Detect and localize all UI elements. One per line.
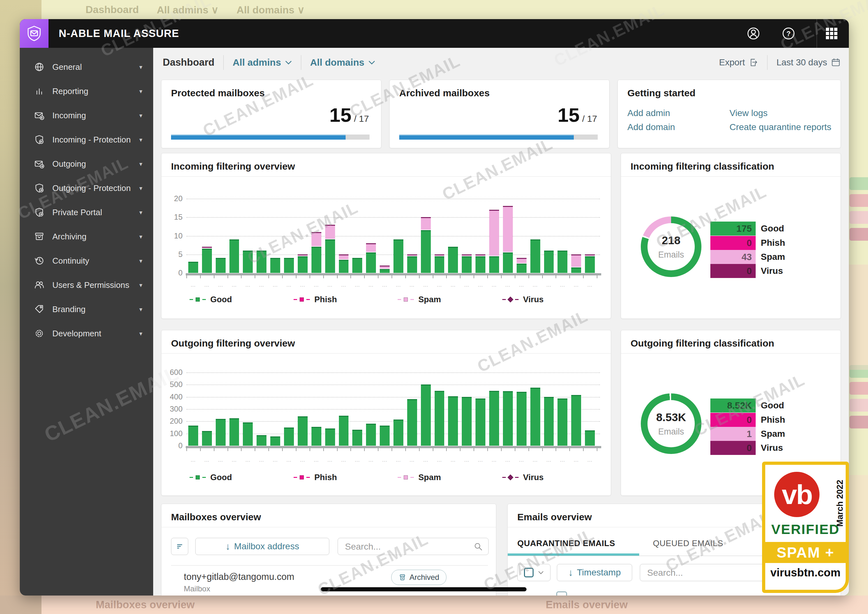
bar-good <box>325 239 335 273</box>
x-axis-tick-label: ... <box>268 457 282 462</box>
create-quarantine-reports-link[interactable]: Create quarantine reports <box>730 122 831 132</box>
bar-good <box>298 416 308 446</box>
admins-filter-dropdown[interactable]: All admins <box>233 57 292 68</box>
card-divider <box>621 353 840 354</box>
sidebar-item-branding[interactable]: Branding▾ <box>20 297 153 321</box>
chevron-down-icon: ▾ <box>139 88 142 95</box>
sidebar-item-continuity[interactable]: Continuity▾ <box>20 249 153 273</box>
y-axis-tick-label: 0 <box>165 268 182 278</box>
vb-verified-badge[interactable]: vb March 2022 VERIFIED SPAM + virusbtn.c… <box>762 462 849 593</box>
archive-box-icon <box>398 574 406 581</box>
topbar-divider <box>223 55 224 70</box>
bar-good <box>216 419 226 446</box>
archived-mailboxes-card: Archived mailboxes 15 / 17 <box>389 80 610 148</box>
domains-filter-dropdown[interactable]: All domains <box>310 57 375 68</box>
shield-incoming-icon <box>34 134 45 145</box>
mailboxes-search-input[interactable] <box>344 538 470 555</box>
help-icon[interactable]: ? <box>781 26 796 40</box>
vb-logo-text: vb <box>782 479 812 510</box>
axis-tick <box>446 448 447 451</box>
axis-tick <box>296 276 297 278</box>
select-all-dropdown[interactable] <box>517 564 551 581</box>
legend-item-good[interactable]: Good <box>190 295 232 304</box>
mailbox-email: tony+gitlab@tangomu.com <box>184 572 294 582</box>
sidebar-item-users-permissions[interactable]: Users & Permissions▾ <box>20 273 153 297</box>
bar-good <box>462 397 472 446</box>
legend-item-spam[interactable]: Spam <box>398 295 441 304</box>
bar-good <box>516 392 527 446</box>
legend-chip: 0 <box>710 413 756 427</box>
legend-item-good[interactable]: Good <box>190 473 232 482</box>
bar-good <box>489 391 499 446</box>
legend-item-spam[interactable]: Spam <box>398 473 441 482</box>
axis-tick <box>323 276 324 278</box>
incoming-overview-title: Incoming filtering overview <box>171 161 295 172</box>
view-logs-link[interactable]: View logs <box>730 108 767 118</box>
sidebar-item-label: Incoming <box>52 111 86 121</box>
x-axis-tick-label: ... <box>378 282 392 288</box>
axis-tick <box>542 276 543 278</box>
sidebar-item-outgoing[interactable]: Outgoing▾ <box>20 152 153 176</box>
incoming-donut-center: 218 Emails <box>641 217 702 277</box>
emails-search-input[interactable] <box>647 564 749 581</box>
mail-incoming-icon <box>34 110 45 121</box>
sidebar-item-general[interactable]: General▾ <box>20 55 153 79</box>
axis-tick <box>433 276 433 278</box>
legend-item-phish[interactable]: Phish <box>294 295 337 304</box>
apps-grid-icon[interactable] <box>826 28 837 39</box>
getting-started-title: Getting started <box>627 88 695 99</box>
sidebar-item-outgoing-protection[interactable]: Outgoing - Protection▾ <box>20 176 153 200</box>
x-axis-tick-label: ... <box>268 282 282 288</box>
tab-queued-emails[interactable]: QUEUED EMAILS <box>653 538 723 548</box>
sidebar-item-private-portal[interactable]: Private Portal▾ <box>20 200 153 225</box>
timestamp-sort-button[interactable]: ↓ Timestamp <box>557 564 632 581</box>
sidebar: General▾Reporting▾Incoming▾Incoming - Pr… <box>20 48 153 595</box>
logo-button[interactable] <box>20 19 48 48</box>
sidebar-item-incoming[interactable]: Incoming▾ <box>20 103 153 127</box>
legend-label: Good <box>761 400 784 411</box>
axis-tick <box>446 276 447 278</box>
sidebar-item-incoming-protection[interactable]: Incoming - Protection▾ <box>20 127 153 152</box>
axis-tick <box>555 448 556 451</box>
axis-tick <box>255 448 255 451</box>
tab-quarantined-emails[interactable]: QUARANTINED EMAILS <box>517 538 615 548</box>
sidebar-item-development[interactable]: Development▾ <box>20 321 153 346</box>
x-axis-tick-label: ... <box>214 457 227 462</box>
bar-good <box>202 249 212 273</box>
bar-good <box>352 430 362 446</box>
mailbox-address-sort-button[interactable]: ↓ Mailbox address <box>195 538 329 555</box>
legend-item-phish[interactable]: Phish <box>294 473 337 482</box>
legend-item-virus[interactable]: Virus <box>502 295 544 304</box>
row-checkbox-partial[interactable] <box>556 591 567 595</box>
bar-good <box>544 397 554 446</box>
add-admin-link[interactable]: Add admin <box>627 108 670 118</box>
x-axis-tick-label: ... <box>227 282 241 288</box>
background-faded-breadcrumb: Dashboard All admins ∨ All domains ∨ <box>86 4 305 16</box>
bar-good <box>503 391 513 446</box>
account-icon[interactable] <box>747 26 761 40</box>
export-button[interactable]: Export <box>719 57 758 68</box>
chevron-down-icon: ▾ <box>139 257 142 265</box>
mailboxes-filter-button[interactable] <box>171 538 188 555</box>
axis-tick <box>460 448 460 451</box>
add-domain-link[interactable]: Add domain <box>627 122 675 132</box>
legend-item-virus[interactable]: Virus <box>502 473 544 482</box>
sidebar-item-archiving[interactable]: Archiving▾ <box>20 225 153 249</box>
sidebar-item-label: Users & Permissions <box>52 280 129 290</box>
bar-good <box>557 251 568 273</box>
horizontal-scrollbar-thumb[interactable] <box>321 587 527 591</box>
bar-good <box>571 395 581 446</box>
x-axis-tick-label: ... <box>569 282 583 288</box>
bar-good <box>435 256 445 273</box>
select-all-checkbox[interactable] <box>524 568 534 577</box>
x-axis-tick-label: ... <box>255 282 268 288</box>
app-header: N-ABLE MAIL ASSURE ? <box>20 19 849 48</box>
sidebar-item-reporting[interactable]: Reporting▾ <box>20 79 153 103</box>
vb-verified-label: VERIFIED <box>765 521 846 537</box>
bg-faded-emails-title: Emails overview <box>546 599 628 611</box>
bar-good <box>325 428 335 446</box>
date-range-label: Last 30 days <box>776 57 827 68</box>
bg-faded-admins: All admins ∨ <box>157 4 219 16</box>
y-axis-tick-label: 0 <box>165 441 182 450</box>
date-range-picker[interactable]: Last 30 days <box>776 57 840 68</box>
